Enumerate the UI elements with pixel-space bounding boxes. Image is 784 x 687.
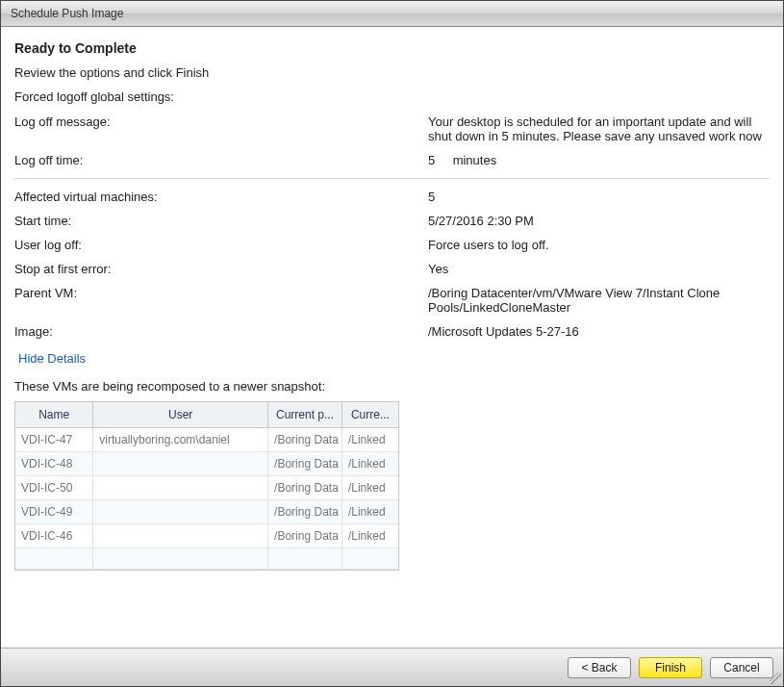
summary-val: 5 <box>428 185 770 209</box>
button-bar: < Back Finish Cancel <box>1 648 783 686</box>
vm-path-cell: /Boring Data <box>268 500 342 524</box>
logoff-time-unit: minutes <box>453 153 497 167</box>
back-button[interactable]: < Back <box>568 657 631 678</box>
vm-image-cell: /Linked <box>341 524 398 548</box>
summary-key: Affected virtual machines: <box>14 185 428 209</box>
vm-name-cell: VDI-IC-47 <box>15 428 93 452</box>
table-row[interactable]: VDI-IC-46 /Boring Data /Linked <box>15 524 398 548</box>
vm-path-cell: /Boring Data <box>268 452 342 476</box>
summary-key: Image: <box>14 319 428 344</box>
logoff-time-key: Log off time: <box>14 148 428 172</box>
logoff-settings-table: Log off message: Your desktop is schedul… <box>14 110 770 172</box>
forced-logoff-label: Forced logoff global settings: <box>14 89 770 104</box>
logoff-time-number: 5 <box>428 153 449 167</box>
vm-table-container: Name User Current p... Curre... VDI-IC-4… <box>14 401 399 571</box>
vm-table: Name User Current p... Curre... VDI-IC-4… <box>15 402 398 570</box>
vm-user-cell <box>93 452 268 476</box>
vm-path-cell: /Boring Data <box>268 524 342 548</box>
resize-grip-icon[interactable] <box>770 673 781 684</box>
vm-table-intro: These VMs are being recomposed to a newe… <box>14 379 770 394</box>
table-row <box>15 548 398 570</box>
titlebar: Schedule Push Image <box>1 1 783 27</box>
vm-table-body: VDI-IC-47 virtuallyboring.com\daniel /Bo… <box>15 428 398 570</box>
summary-val: Force users to log off. <box>428 233 770 257</box>
col-header-current-image[interactable]: Curre... <box>341 402 398 428</box>
vm-path-cell: /Boring Data <box>268 476 342 500</box>
summary-key: User log off: <box>14 233 428 257</box>
logoff-message-key: Log off message: <box>14 110 428 148</box>
summary-key: Start time: <box>14 209 428 233</box>
vm-user-cell <box>93 524 268 548</box>
page-heading: Ready to Complete <box>14 40 770 56</box>
vm-image-cell: /Linked <box>341 452 398 476</box>
content-area: Ready to Complete Review the options and… <box>1 27 783 648</box>
summary-key: Parent VM: <box>14 281 428 319</box>
logoff-message-val: Your desktop is scheduled for an importa… <box>428 110 770 148</box>
col-header-user[interactable]: User <box>93 402 268 428</box>
divider <box>14 178 770 179</box>
vm-name-cell: VDI-IC-46 <box>15 524 93 548</box>
vm-image-cell: /Linked <box>341 476 398 500</box>
summary-val: /Microsoft Updates 5-27-16 <box>428 319 770 344</box>
table-row[interactable]: VDI-IC-50 /Boring Data /Linked <box>15 476 398 500</box>
vm-name-cell: VDI-IC-48 <box>15 452 93 476</box>
summary-val: /Boring Datacenter/vm/VMware View 7/Inst… <box>428 281 770 319</box>
col-header-name[interactable]: Name <box>15 402 93 428</box>
window-title: Schedule Push Image <box>11 7 123 20</box>
vm-user-cell <box>93 500 268 524</box>
cancel-button[interactable]: Cancel <box>710 657 773 678</box>
vm-user-cell: virtuallyboring.com\daniel <box>93 428 268 452</box>
vm-name-cell: VDI-IC-50 <box>15 476 93 500</box>
vm-user-cell <box>93 476 268 500</box>
table-row[interactable]: VDI-IC-47 virtuallyboring.com\daniel /Bo… <box>15 428 398 452</box>
finish-button[interactable]: Finish <box>639 657 702 678</box>
hide-details-link[interactable]: Hide Details <box>18 351 86 366</box>
logoff-time-val: 5 minutes <box>428 148 770 172</box>
summary-val: Yes <box>428 257 770 281</box>
summary-val: 5/27/2016 2:30 PM <box>428 209 770 233</box>
dialog-window: Schedule Push Image Ready to Complete Re… <box>0 0 784 687</box>
summary-table: Affected virtual machines:5 Start time:5… <box>14 185 770 344</box>
summary-key: Stop at first error: <box>14 257 428 281</box>
col-header-current-path[interactable]: Current p... <box>268 402 342 428</box>
vm-image-cell: /Linked <box>341 428 398 452</box>
instruction-text: Review the options and click Finish <box>14 65 770 80</box>
vm-path-cell: /Boring Data <box>268 428 342 452</box>
vm-name-cell: VDI-IC-49 <box>15 500 93 524</box>
table-row[interactable]: VDI-IC-48 /Boring Data /Linked <box>15 452 398 476</box>
vm-image-cell: /Linked <box>341 500 398 524</box>
table-row[interactable]: VDI-IC-49 /Boring Data /Linked <box>15 500 398 524</box>
